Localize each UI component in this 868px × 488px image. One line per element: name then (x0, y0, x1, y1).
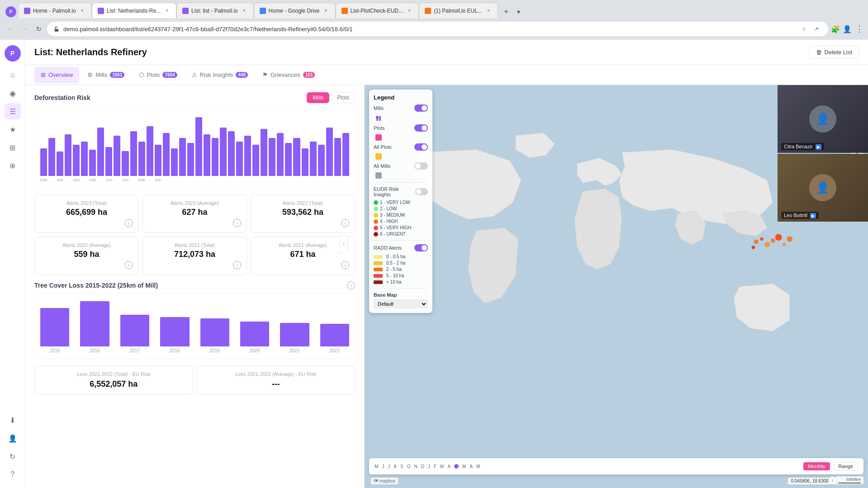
legend-eudr-toggle[interactable] (415, 188, 428, 195)
deforestation-bar-27[interactable] (261, 129, 267, 176)
sidebar-icon-refresh[interactable]: ↻ (5, 448, 21, 464)
deforestation-bar-9[interactable] (114, 136, 120, 176)
extensions-icon[interactable]: 🧩 (830, 24, 841, 34)
tcl-bar-1[interactable] (80, 301, 109, 346)
tab-close-3[interactable]: × (241, 7, 248, 14)
deforestation-bar-18[interactable] (187, 143, 194, 176)
deforestation-bar-32[interactable] (302, 148, 308, 176)
tab-close-6[interactable]: × (485, 7, 492, 14)
tab-grievances[interactable]: ⚑ Grievances 153 (256, 67, 321, 83)
deforestation-bar-12[interactable] (138, 142, 145, 176)
sidebar-icon-grid[interactable]: ⊞ (5, 139, 21, 156)
sidebar-icon-help[interactable]: ? (5, 466, 21, 483)
deforestation-bar-19[interactable] (195, 117, 202, 176)
tcl-bar-0[interactable] (40, 308, 69, 346)
tab-google-drive[interactable]: Home - Google Drive × (254, 3, 336, 18)
tab-close-5[interactable]: × (406, 7, 413, 14)
deforestation-bar-37[interactable] (342, 133, 349, 176)
deforestation-bar-25[interactable] (244, 136, 251, 176)
deforestation-bar-17[interactable] (179, 138, 186, 176)
tab-risk[interactable]: ⚠ Risk Insights 448 (185, 67, 254, 83)
deforestation-bar-24[interactable] (236, 142, 243, 176)
deforestation-bar-35[interactable] (326, 128, 333, 176)
new-tab-button[interactable]: + (500, 5, 512, 18)
mills-toggle-button[interactable]: Mills (307, 92, 329, 103)
tab-palmoil-home[interactable]: Home - Palmoil.io × (18, 3, 92, 18)
delete-list-button[interactable]: 🗑 Delete List (809, 46, 859, 59)
tab-list-palmoil[interactable]: List: list - Palmoil.io × (176, 3, 254, 18)
tab-close-2[interactable]: × (163, 7, 171, 14)
deforestation-bar-34[interactable] (318, 145, 325, 176)
sidebar-icon-user[interactable]: 👤 (5, 430, 21, 446)
legend-all-mills-toggle[interactable] (414, 162, 428, 170)
deforestation-bar-1[interactable] (48, 138, 55, 176)
back-button[interactable]: ← (4, 23, 16, 35)
tree-cover-info-icon[interactable]: i (347, 281, 355, 289)
deforestation-bar-28[interactable] (269, 138, 275, 176)
tab-close-1[interactable]: × (79, 7, 86, 14)
deforestation-bar-20[interactable] (204, 134, 210, 176)
deforestation-bar-11[interactable] (130, 131, 137, 176)
tab-mills[interactable]: ⚙ Mills 1061 (81, 67, 131, 83)
tab-palmoil-eul[interactable]: (1) Palmoil.io EUL... × (419, 3, 498, 18)
deforestation-bar-8[interactable] (105, 147, 112, 176)
more-options-icon[interactable]: ⋮ (854, 24, 864, 34)
deforestation-bar-22[interactable] (220, 128, 227, 176)
open-external-icon[interactable]: ↗ (811, 24, 822, 34)
tab-plotcheck[interactable]: List-PlotCheck-EUD... × (336, 3, 419, 18)
base-map-select[interactable]: Default (374, 299, 428, 308)
reload-button[interactable]: ↻ (33, 23, 45, 35)
deforestation-bar-3[interactable] (65, 134, 71, 176)
sidebar-icon-home[interactable]: ⌂ (5, 67, 21, 83)
deforestation-bar-15[interactable] (163, 133, 170, 176)
range-button[interactable]: Range (834, 462, 858, 471)
deforestation-bar-31[interactable] (293, 138, 300, 176)
tab-close-4[interactable]: × (323, 7, 330, 14)
deforestation-bar-30[interactable] (285, 143, 292, 176)
tab-netherlands-refinery[interactable]: List: Netherlands-Re... × (92, 3, 176, 18)
stat-info-4[interactable]: i (233, 261, 241, 269)
deforestation-bar-14[interactable] (155, 145, 161, 176)
sidebar-icon-map[interactable]: ◉ (5, 85, 21, 101)
deforestation-bar-26[interactable] (252, 145, 259, 176)
sidebar-icon-list[interactable]: ☰ (5, 103, 21, 119)
deforestation-bar-10[interactable] (122, 151, 128, 176)
deforestation-bar-23[interactable] (228, 131, 235, 176)
legend-mills-toggle[interactable] (414, 104, 428, 112)
deforestation-bar-2[interactable] (57, 152, 63, 176)
tcl-bar-6[interactable] (280, 323, 309, 346)
deforestation-bar-7[interactable] (97, 128, 104, 176)
sidebar-icon-download[interactable]: ⬇ (5, 412, 21, 428)
stat-info-3[interactable]: i (125, 261, 133, 269)
tab-overflow-button[interactable]: ▾ (512, 5, 525, 18)
tcl-bar-3[interactable] (160, 317, 189, 346)
sidebar-logo[interactable]: P (5, 45, 21, 62)
stat-info-2[interactable]: i (341, 219, 349, 227)
deforestation-bar-0[interactable] (40, 148, 47, 176)
deforestation-bar-33[interactable] (310, 142, 317, 176)
stat-info-5[interactable]: i (341, 261, 349, 269)
deforestation-bar-5[interactable] (81, 142, 88, 176)
address-bar[interactable]: demo.palmoil.io/dashboard/list/e6243747-… (47, 22, 828, 36)
deforestation-bar-4[interactable] (73, 145, 80, 176)
tcl-bar-7[interactable] (320, 324, 349, 346)
profile-icon[interactable]: 👤 (842, 24, 853, 34)
deforestation-bar-16[interactable] (171, 148, 178, 176)
deforestation-bar-21[interactable] (212, 138, 218, 176)
map-info-button[interactable]: i (828, 476, 836, 484)
tab-plots[interactable]: ⬡ Plots 7654 (133, 67, 183, 83)
tab-overview[interactable]: ⊞ Overview (34, 67, 79, 83)
stat-info-1[interactable]: i (233, 219, 241, 227)
sidebar-icon-layers[interactable]: ⊕ (5, 157, 21, 174)
forward-button[interactable]: → (18, 23, 31, 35)
collapse-panel-handle[interactable]: › (339, 235, 348, 253)
deforestation-bar-36[interactable] (334, 138, 341, 176)
legend-plots-toggle[interactable] (414, 124, 428, 132)
sidebar-icon-star[interactable]: ★ (5, 121, 21, 137)
legend-radd-toggle[interactable] (414, 244, 428, 251)
tcl-bar-2[interactable] (120, 315, 149, 346)
bookmark-icon[interactable]: ☆ (798, 24, 809, 34)
tcl-bar-4[interactable] (200, 318, 229, 346)
deforestation-bar-29[interactable] (277, 133, 284, 176)
monthly-button[interactable]: Monthly (803, 462, 830, 470)
